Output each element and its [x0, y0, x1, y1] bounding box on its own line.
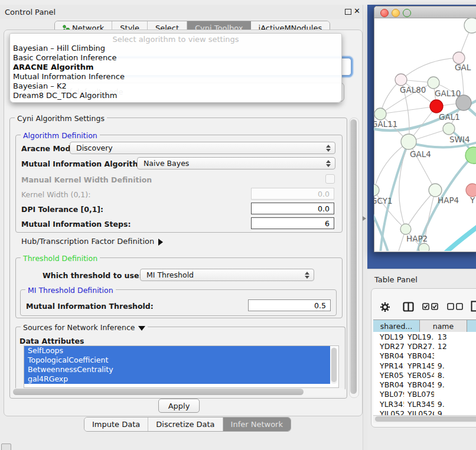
zoom-traffic-light-icon[interactable]: [403, 9, 411, 17]
node-top-partial[interactable]: [464, 18, 476, 33]
table-row[interactable]: YER054CYER054C8.: [373, 370, 476, 380]
split-columns-icon[interactable]: [403, 302, 414, 312]
node-salmon[interactable]: [466, 184, 476, 197]
node-gal-pink[interactable]: [453, 52, 465, 64]
node-label: GAL: [455, 63, 471, 72]
table-row[interactable]: YBR045CYBR045C9.: [373, 380, 476, 389]
attribute-option[interactable]: TopologicalCoefficient: [24, 356, 330, 365]
table-horizontal-scrollbar-thumb[interactable]: [375, 416, 476, 422]
table-row[interactable]: YDL19...YDL19...13: [373, 332, 476, 341]
manual-kernel-label: Manual Kernel Width Definition: [21, 175, 152, 184]
threshold-definition-title: Threshold Definition: [21, 254, 100, 263]
close-traffic-light-icon[interactable]: [380, 9, 389, 17]
sources-group-title[interactable]: Sources for Network Inference: [21, 323, 148, 332]
table-cell: YJL052C: [404, 409, 434, 415]
node-bottom-partial[interactable]: [419, 243, 429, 251]
tab-infer-network[interactable]: Infer Network: [223, 418, 291, 431]
table-row[interactable]: YBL079WYBL079W: [373, 390, 476, 399]
column-header[interactable]: shared...: [373, 320, 420, 332]
mi-steps-input[interactable]: 6: [251, 217, 334, 229]
network-window-titlebar[interactable]: [374, 6, 476, 18]
table-cell: YBR043C: [404, 351, 434, 360]
table-row[interactable]: YLR345WYLR345W9.: [373, 399, 476, 409]
mi-threshold-input[interactable]: 0.5: [248, 299, 331, 311]
table-cell: YDL19...: [373, 332, 404, 341]
dropdown-placeholder: Select algorithm to view settings: [10, 34, 341, 44]
minimize-traffic-light-icon[interactable]: [392, 9, 400, 17]
node-swi4[interactable]: [443, 123, 455, 135]
attribute-option[interactable]: gal4RGexp: [24, 374, 330, 384]
node-gal4[interactable]: [401, 134, 416, 149]
attribute-option[interactable]: BetweennessCentrality: [24, 365, 330, 374]
apply-button[interactable]: Apply: [158, 399, 200, 413]
table-row[interactable]: YJL052CYJL052C9: [373, 409, 476, 415]
panel-corner-button[interactable]: [1, 444, 11, 450]
node-gray[interactable]: [456, 95, 471, 110]
tab-discretize-data[interactable]: Discretize Data: [148, 418, 223, 431]
table-row[interactable]: YBR043CYBR043C: [373, 351, 476, 361]
column-header[interactable]: name: [420, 320, 467, 332]
table-row[interactable]: YDR27...YDR27...12: [373, 341, 476, 351]
tab-label: Impute Data: [92, 420, 140, 429]
node-label: HAP4: [438, 195, 459, 205]
attributes-scrollbar: [331, 347, 337, 384]
settings-horizontal-scrollbar-thumb[interactable]: [13, 389, 304, 395]
data-attributes-list[interactable]: SelfLoopsTopologicalCoefficientBetweenne…: [24, 345, 339, 388]
mi-type-value: Naive Bayes: [138, 159, 324, 168]
table-cell: YBR045C: [404, 380, 434, 389]
data-attributes-label: Data Attributes: [19, 337, 84, 345]
unchecked-pair-icon[interactable]: [447, 303, 463, 311]
algorithm-option[interactable]: ARACNE Algorithm: [10, 63, 341, 72]
collapse-down-icon: [138, 326, 145, 331]
algorithm-option[interactable]: Bayesian – K2: [10, 81, 341, 91]
attributes-scrollbar-thumb[interactable]: [331, 348, 337, 382]
node-gal80[interactable]: [395, 74, 407, 86]
table-cell: 9.: [434, 380, 476, 389]
expand-right-icon: [158, 239, 163, 246]
node-gcy1[interactable]: [374, 184, 379, 196]
checked-pair-icon[interactable]: [422, 303, 438, 311]
close-icon[interactable]: ✕: [354, 6, 360, 15]
which-threshold-label: Which threshold to use:: [43, 271, 142, 280]
algorithm-option[interactable]: Bayesian – Hill Climbing: [10, 44, 341, 53]
attribute-option[interactable]: SelfLoops: [24, 346, 330, 356]
tab-impute-data[interactable]: Impute Data: [84, 418, 148, 431]
table-cell: 8.: [434, 371, 476, 380]
node-label: GCY1: [374, 196, 393, 206]
table-row[interactable]: YPR145WYPR145W9.: [373, 361, 476, 370]
table-cell: YER054C: [373, 371, 404, 380]
settings-vertical-scrollbar-thumb[interactable]: [350, 119, 357, 394]
hub-definition-label: Hub/Transcription Factor Definition: [21, 237, 154, 246]
node-gal10[interactable]: [428, 77, 439, 89]
hub-definition-toggle[interactable]: Hub/Transcription Factor Definition: [21, 237, 163, 246]
kernel-width-input[interactable]: 0.0: [251, 188, 334, 200]
which-threshold-combo[interactable]: MI Threshold: [140, 269, 314, 281]
document-icon[interactable]: [471, 301, 476, 312]
gear-icon[interactable]: [380, 302, 390, 312]
sources-label: Sources for Network Inference: [23, 323, 135, 332]
algorithm-option[interactable]: Dream8 DC_TDC Algorithm: [10, 91, 341, 100]
node-label: GAL10: [435, 89, 461, 98]
table-cell: YLR345W: [373, 400, 404, 409]
aracne-mode-value: Discovery: [70, 144, 324, 152]
dpi-tolerance-input[interactable]: 0.0: [251, 203, 334, 214]
mi-threshold-label: Mutual Information Threshold:: [26, 302, 154, 311]
table-cell: 13: [434, 332, 476, 341]
manual-kernel-checkbox[interactable]: [325, 174, 335, 184]
column-header[interactable]: A: [467, 320, 476, 332]
table-cell: YDR27...: [404, 342, 434, 351]
aracne-mode-combo[interactable]: Discovery: [70, 142, 335, 154]
node-hap2[interactable]: [400, 224, 411, 234]
float-window-icon[interactable]: [345, 9, 351, 15]
splitter-handle-icon[interactable]: [362, 215, 367, 222]
table-cell: YDR27...: [373, 342, 404, 351]
node-gal1[interactable]: [430, 100, 443, 113]
network-canvas[interactable]: GALGAL80GAL10GAL1GAL11SWI4GAL4GCY1HAP4YH…: [374, 18, 476, 251]
mi-type-combo[interactable]: Naive Bayes: [137, 157, 335, 169]
algorithm-option[interactable]: Mutual Information Inference: [10, 72, 341, 81]
algorithm-option[interactable]: Basic Correlation Inference: [10, 53, 341, 63]
node-hap4[interactable]: [429, 184, 442, 197]
table-cell: YPR145W: [373, 361, 404, 370]
node-gal11[interactable]: [374, 108, 386, 120]
control-panel-title: Control Panel: [5, 8, 56, 17]
